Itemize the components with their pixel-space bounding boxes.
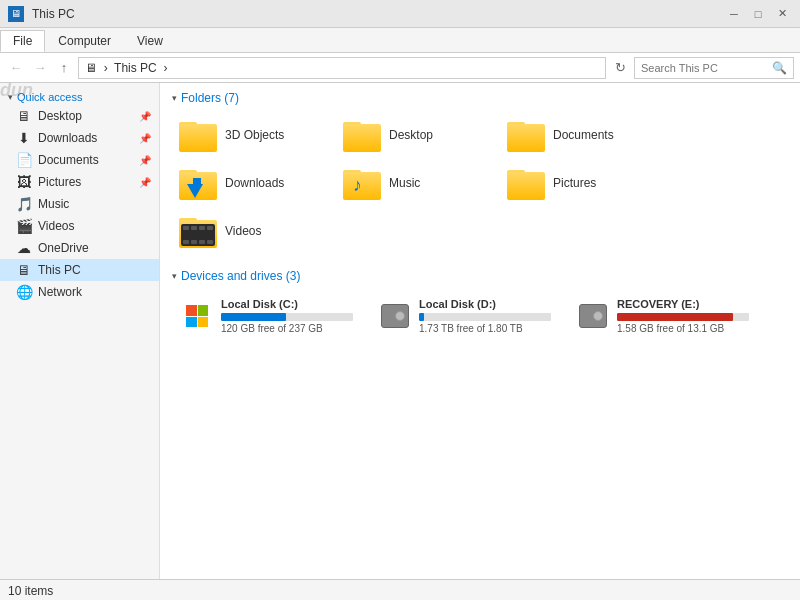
folder-name-desktop: Desktop bbox=[389, 128, 433, 142]
drive-progress-fill-e bbox=[617, 313, 733, 321]
drive-header-c: Local Disk (C:) 120 GB free of 237 GB bbox=[181, 298, 353, 334]
hdd-icon-d bbox=[381, 304, 409, 328]
drive-item-d[interactable]: Local Disk (D:) 1.73 TB free of 1.80 TB bbox=[370, 291, 560, 345]
drive-item-e[interactable]: RECOVERY (E:) 1.58 GB free of 13.1 GB bbox=[568, 291, 758, 345]
up-button[interactable]: ↑ bbox=[54, 58, 74, 78]
folder-icon-pictures bbox=[507, 166, 547, 200]
ribbon-tabs: File Computer View bbox=[0, 28, 800, 52]
sidebar-item-videos-label: Videos bbox=[38, 219, 74, 233]
onedrive-icon: ☁ bbox=[16, 240, 32, 256]
search-icon: 🔍 bbox=[772, 61, 787, 75]
sidebar-item-music[interactable]: 🎵 Music bbox=[0, 193, 159, 215]
folder-icon-music: ♪ bbox=[343, 166, 383, 200]
sidebar-item-desktop[interactable]: 🖥 Desktop 📌 bbox=[0, 105, 159, 127]
sidebar-item-network-label: Network bbox=[38, 285, 82, 299]
maximize-button[interactable]: □ bbox=[748, 4, 768, 24]
folder-icon-documents bbox=[507, 118, 547, 152]
search-box: 🔍 bbox=[634, 57, 794, 79]
refresh-button[interactable]: ↻ bbox=[610, 58, 630, 78]
folder-icon-downloads bbox=[179, 166, 219, 200]
drive-progress-fill-c bbox=[221, 313, 286, 321]
folder-item-music[interactable]: ♪ Music bbox=[336, 161, 496, 205]
chevron-down-icon: ▾ bbox=[172, 93, 177, 103]
documents-icon: 📄 bbox=[16, 152, 32, 168]
folder-item-documents[interactable]: Documents bbox=[500, 113, 660, 157]
sidebar-item-documents[interactable]: 📄 Documents 📌 bbox=[0, 149, 159, 171]
pin-icon: 📌 bbox=[139, 155, 151, 166]
folder-name-videos: Videos bbox=[225, 224, 261, 238]
sidebar-item-downloads-label: Downloads bbox=[38, 131, 97, 145]
windows-logo-icon bbox=[186, 305, 208, 327]
minimize-button[interactable]: ─ bbox=[724, 4, 744, 24]
drives-grid: Local Disk (C:) 120 GB free of 237 GB bbox=[172, 291, 788, 345]
drive-progress-d bbox=[419, 313, 551, 321]
forward-button[interactable]: → bbox=[30, 58, 50, 78]
drive-info-c: Local Disk (C:) 120 GB free of 237 GB bbox=[221, 298, 353, 334]
folders-section-header[interactable]: ▾ Folders (7) bbox=[172, 91, 788, 105]
hdd-icon-e bbox=[579, 304, 607, 328]
drives-section-header[interactable]: ▾ Devices and drives (3) bbox=[172, 269, 788, 283]
folder-item-desktop[interactable]: Desktop bbox=[336, 113, 496, 157]
app-icon: 🖥 bbox=[8, 6, 24, 22]
drive-name-d: Local Disk (D:) bbox=[419, 298, 551, 310]
drive-icon-e bbox=[577, 302, 609, 330]
film-strip-icon bbox=[181, 224, 215, 246]
sidebar-item-pictures-label: Pictures bbox=[38, 175, 81, 189]
content-area: ▾ Folders (7) 3D Objects Desktop bbox=[160, 83, 800, 579]
chevron-down-icon: ▾ bbox=[172, 271, 177, 281]
drive-space-c: 120 GB free of 237 GB bbox=[221, 323, 353, 334]
status-bar: 10 items bbox=[0, 579, 800, 600]
title-bar-text: This PC bbox=[32, 7, 720, 21]
sidebar-item-downloads[interactable]: ⬇ Downloads 📌 bbox=[0, 127, 159, 149]
drive-header-d: Local Disk (D:) 1.73 TB free of 1.80 TB bbox=[379, 298, 551, 334]
sidebar-item-onedrive[interactable]: ☁ OneDrive bbox=[0, 237, 159, 259]
folder-icon-desktop bbox=[343, 118, 383, 152]
desktop-icon: 🖥 bbox=[16, 108, 32, 124]
network-icon: 🌐 bbox=[16, 284, 32, 300]
back-button[interactable]: ← bbox=[6, 58, 26, 78]
sidebar-item-network[interactable]: 🌐 Network bbox=[0, 281, 159, 303]
drive-name-c: Local Disk (C:) bbox=[221, 298, 353, 310]
sidebar-item-this-pc[interactable]: 🖥 This PC bbox=[0, 259, 159, 281]
drive-name-e: RECOVERY (E:) bbox=[617, 298, 749, 310]
folder-item-videos[interactable]: Videos bbox=[172, 209, 332, 253]
pin-icon: 📌 bbox=[139, 133, 151, 144]
folder-name-documents: Documents bbox=[553, 128, 614, 142]
folder-item-downloads[interactable]: Downloads bbox=[172, 161, 332, 205]
music-note-icon: ♪ bbox=[353, 175, 362, 196]
sidebar-item-documents-label: Documents bbox=[38, 153, 99, 167]
drive-icon-d bbox=[379, 302, 411, 330]
sidebar-item-videos[interactable]: 🎬 Videos bbox=[0, 215, 159, 237]
drive-info-e: RECOVERY (E:) 1.58 GB free of 13.1 GB bbox=[617, 298, 749, 334]
quick-access-label: Quick access bbox=[17, 91, 82, 103]
pin-icon: 📌 bbox=[139, 177, 151, 188]
sidebar-item-desktop-label: Desktop bbox=[38, 109, 82, 123]
sidebar-item-onedrive-label: OneDrive bbox=[38, 241, 89, 255]
close-button[interactable]: ✕ bbox=[772, 4, 792, 24]
folder-icon-videos bbox=[179, 214, 219, 248]
folder-name-3dobjects: 3D Objects bbox=[225, 128, 284, 142]
drive-progress-fill-d bbox=[419, 313, 424, 321]
sidebar-item-music-label: Music bbox=[38, 197, 69, 211]
drive-info-d: Local Disk (D:) 1.73 TB free of 1.80 TB bbox=[419, 298, 551, 334]
folder-item-3dobjects[interactable]: 3D Objects bbox=[172, 113, 332, 157]
address-path[interactable]: 🖥 › This PC › bbox=[78, 57, 606, 79]
drive-space-d: 1.73 TB free of 1.80 TB bbox=[419, 323, 551, 334]
folder-item-pictures[interactable]: Pictures bbox=[500, 161, 660, 205]
drive-item-c[interactable]: Local Disk (C:) 120 GB free of 237 GB bbox=[172, 291, 362, 345]
sidebar-item-pictures[interactable]: 🖼 Pictures 📌 bbox=[0, 171, 159, 193]
videos-icon: 🎬 bbox=[16, 218, 32, 234]
search-input[interactable] bbox=[641, 62, 768, 74]
tab-view[interactable]: View bbox=[124, 30, 176, 52]
tab-file[interactable]: File bbox=[0, 30, 45, 52]
sidebar: ▾ Quick access 🖥 Desktop 📌 ⬇ Downloads 📌… bbox=[0, 83, 160, 579]
main-container: ▾ Quick access 🖥 Desktop 📌 ⬇ Downloads 📌… bbox=[0, 83, 800, 579]
downloads-icon: ⬇ bbox=[16, 130, 32, 146]
folders-section-title: Folders (7) bbox=[181, 91, 239, 105]
drive-space-e: 1.58 GB free of 13.1 GB bbox=[617, 323, 749, 334]
tab-computer[interactable]: Computer bbox=[45, 30, 124, 52]
drives-section-title: Devices and drives (3) bbox=[181, 269, 300, 283]
quick-access-header[interactable]: ▾ Quick access bbox=[0, 87, 159, 105]
this-pc-icon: 🖥 bbox=[16, 262, 32, 278]
folder-name-music: Music bbox=[389, 176, 420, 190]
